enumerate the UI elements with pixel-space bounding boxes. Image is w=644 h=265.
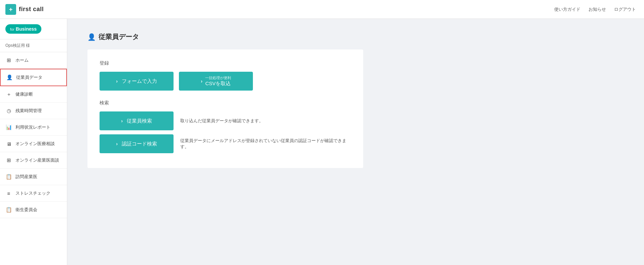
auth-code-search-desc: 従業員データにメールアドレスが登録されていない従業員の認証コードが確認できます。	[180, 138, 351, 150]
brand-badge: forBusiness	[5, 24, 41, 34]
auth-code-chevron: ›	[116, 141, 118, 146]
header: + first call 使い方ガイド お知らせ ログアウト	[0, 0, 644, 19]
online-industrial-icon: ⊞	[5, 157, 12, 164]
sidebar-item-health-check[interactable]: ＋ 健康診断	[0, 86, 67, 103]
search-label: 検索	[100, 100, 351, 106]
overtime-icon: ◷	[5, 107, 12, 114]
employee-search-chevron: ›	[121, 118, 123, 124]
hygiene-icon: 📋	[5, 206, 12, 213]
search-section: 検索 › 従業員検索 取り込んだ従業員データが確認できます。 › 認証コード検索…	[100, 100, 351, 153]
auth-code-search-row: › 認証コード検索 従業員データにメールアドレスが登録されていない従業員の認証コ…	[100, 134, 351, 153]
sidebar-item-online-medical[interactable]: 🖥 オンライン医療相談	[0, 136, 67, 152]
stress-icon: ≡	[5, 190, 12, 197]
page-title: 👤 従業員データ	[87, 32, 624, 41]
sidebar-item-online-industrial-label: オンライン産業医面談	[15, 157, 59, 163]
csv-button-inner: › 一括処理が便利 CSVを取込	[201, 75, 231, 87]
sidebar-nav: ⊞ ホーム 👤 従業員データ ＋ 健康診断 ◷ 残業時間管理 📊 利用状況レポー…	[0, 52, 67, 265]
main-content: 👤 従業員データ 登録 › フォームで入力 › 一括処理が便利	[67, 19, 644, 265]
online-medical-icon: 🖥	[5, 140, 12, 147]
sidebar-item-online-medical-label: オンライン医療相談	[15, 141, 55, 147]
sidebar-item-employee-data[interactable]: 👤 従業員データ	[0, 69, 67, 86]
content-card: 登録 › フォームで入力 › 一括処理が便利 CSVを取込	[87, 49, 363, 168]
csv-label-bottom: CSVを取込	[205, 80, 231, 87]
page-title-icon: 👤	[87, 33, 96, 41]
sidebar-user: Ops検証用 様	[0, 39, 67, 52]
notice-link[interactable]: お知らせ	[589, 6, 606, 12]
sidebar-item-online-industrial[interactable]: ⊞ オンライン産業医面談	[0, 152, 67, 169]
layout: forBusiness Ops検証用 様 ⊞ ホーム 👤 従業員データ ＋ 健康…	[0, 19, 644, 265]
sidebar-item-health-label: 健康診断	[15, 91, 33, 97]
header-logo: + first call	[0, 4, 67, 15]
sidebar-item-overtime[interactable]: ◷ 残業時間管理	[0, 103, 67, 119]
page-title-text: 従業員データ	[99, 32, 139, 41]
sidebar-brand: forBusiness	[0, 19, 67, 39]
sidebar-item-hygiene-label: 衛生委員会	[15, 207, 37, 213]
sidebar: forBusiness Ops検証用 様 ⊞ ホーム 👤 従業員データ ＋ 健康…	[0, 19, 67, 265]
employee-search-button[interactable]: › 従業員検索	[100, 111, 174, 130]
employee-search-label: 従業員検索	[127, 118, 152, 124]
sidebar-item-report-label: 利用状況レポート	[15, 124, 50, 130]
sidebar-item-home[interactable]: ⊞ ホーム	[0, 52, 67, 69]
logo-icon: +	[5, 4, 16, 15]
auth-code-search-label: 認証コード検索	[122, 141, 157, 147]
sidebar-item-hygiene[interactable]: 📋 衛生委員会	[0, 202, 67, 218]
sidebar-item-usage-report[interactable]: 📊 利用状況レポート	[0, 119, 67, 136]
sidebar-item-stress-label: ストレスチェック	[15, 190, 50, 196]
svg-text:+: +	[9, 6, 13, 13]
csv-import-button[interactable]: › 一括処理が便利 CSVを取込	[179, 72, 253, 91]
report-icon: 📊	[5, 124, 12, 131]
home-icon: ⊞	[5, 57, 12, 64]
form-input-label: フォームで入力	[122, 78, 157, 85]
brand-name: Business	[16, 26, 37, 32]
register-label: 登録	[100, 60, 351, 66]
form-input-button[interactable]: › フォームで入力	[100, 72, 174, 91]
employee-search-row: › 従業員検索 取り込んだ従業員データが確認できます。	[100, 111, 351, 130]
employee-icon: 👤	[6, 74, 13, 81]
auth-code-search-button[interactable]: › 認証コード検索	[100, 134, 174, 153]
sidebar-item-home-label: ホーム	[15, 57, 29, 63]
sidebar-item-overtime-label: 残業時間管理	[15, 108, 42, 114]
sidebar-item-visit-label: 訪問産業医	[15, 174, 37, 180]
logout-link[interactable]: ログアウト	[614, 6, 636, 12]
register-section: 登録 › フォームで入力 › 一括処理が便利 CSVを取込	[100, 60, 351, 91]
csv-text-block: 一括処理が便利 CSVを取込	[205, 75, 231, 87]
guide-link[interactable]: 使い方ガイド	[554, 6, 580, 12]
chevron-icon: ›	[116, 78, 118, 84]
logo-text: first call	[19, 6, 44, 13]
health-icon: ＋	[5, 91, 12, 98]
visit-icon: 📋	[5, 173, 12, 180]
sidebar-item-visit-industrial[interactable]: 📋 訪問産業医	[0, 169, 67, 185]
register-button-row: › フォームで入力 › 一括処理が便利 CSVを取込	[100, 72, 351, 91]
csv-chevron-icon: ›	[201, 78, 202, 84]
brand-for: for	[10, 27, 14, 31]
employee-search-desc: 取り込んだ従業員データが確認できます。	[180, 118, 263, 124]
csv-label-top: 一括処理が便利	[205, 75, 231, 80]
sidebar-item-employee-label: 従業員データ	[16, 74, 42, 80]
header-nav: 使い方ガイド お知らせ ログアウト	[554, 6, 636, 12]
sidebar-item-stress-check[interactable]: ≡ ストレスチェック	[0, 185, 67, 202]
